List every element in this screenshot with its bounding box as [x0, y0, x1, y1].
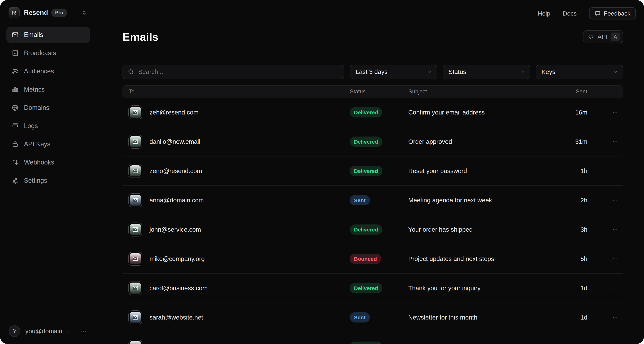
email-key-icon [128, 106, 142, 119]
search-input[interactable] [123, 65, 344, 78]
keys-dropdown[interactable]: Keys [536, 65, 623, 79]
workspace-switcher[interactable]: R Resend Pro [0, 0, 96, 22]
status-badge: Delivered [350, 283, 382, 293]
row-subject: Reset your password [408, 167, 467, 174]
row-subject: Confirm your email address [408, 109, 485, 116]
row-menu-ellipsis-icon[interactable] [609, 109, 621, 116]
row-menu-ellipsis-icon[interactable] [609, 256, 621, 262]
table-body: zeh@resend.com Delivered Confirm your em… [122, 98, 623, 344]
arrows-up-down-icon [12, 158, 19, 166]
row-menu-ellipsis-icon[interactable] [609, 168, 621, 174]
status-badge: Delivered [350, 224, 382, 235]
date-range-dropdown[interactable]: Last 3 days [350, 65, 437, 79]
sidebar-item-label: API Keys [24, 140, 50, 148]
table-row[interactable]: zeno@resend.com Delivered Reset your pas… [122, 156, 623, 186]
status-badge: Bounced [350, 254, 381, 264]
plan-badge: Pro [51, 8, 67, 17]
row-menu-ellipsis-icon[interactable] [609, 138, 621, 145]
status-badge: Delivered [350, 166, 382, 176]
row-sent-time: 2h [580, 197, 588, 204]
row-to-email: sarah@website.net [150, 314, 203, 321]
column-header-status: Status [350, 88, 366, 95]
status-dropdown[interactable]: Status [443, 65, 530, 79]
status-badge: Delivered [350, 342, 382, 344]
sidebar-item-logs[interactable]: Logs [6, 118, 90, 134]
filters-row: Last 3 days Status Keys [122, 65, 623, 79]
api-shortcut-key: A [611, 32, 620, 41]
table-row[interactable]: zeh@resend.com Delivered Confirm your em… [122, 98, 623, 127]
app-window: R Resend Pro Emails Broadcasts Audiences [0, 0, 644, 344]
column-header-to: To [128, 88, 134, 95]
sidebar-item-domains[interactable]: Domains [6, 100, 90, 116]
row-subject: Thank you for your inquiry [408, 284, 480, 292]
email-key-icon [128, 193, 142, 207]
sidebar-nav: Emails Broadcasts Audiences Metrics Doma… [0, 22, 96, 191]
table-row[interactable]: Delivered [122, 332, 623, 344]
table-row[interactable]: mike@company.org Bounced Project updates… [122, 244, 623, 274]
chevron-down-icon [520, 69, 526, 74]
sidebar-item-label: Emails [24, 31, 43, 38]
column-header-sent: Sent [576, 88, 587, 95]
sidebar-item-label: Audiences [24, 68, 54, 75]
main-content: Emails API A Last 3 days Status [97, 0, 644, 344]
sidebar-item-label: Metrics [24, 86, 45, 93]
globe-icon [12, 104, 19, 112]
sidebar-item-emails[interactable]: Emails [6, 27, 90, 43]
row-subject: Meeting agenda for next week [408, 197, 492, 204]
row-to-email: mike@company.org [150, 255, 205, 262]
row-menu-ellipsis-icon[interactable] [609, 314, 621, 321]
sidebar-item-settings[interactable]: Settings [6, 172, 90, 188]
api-button[interactable]: API A [583, 30, 623, 43]
page-title: Emails [122, 30, 158, 43]
sidebar-item-broadcasts[interactable]: Broadcasts [6, 45, 90, 61]
sidebar-item-api-keys[interactable]: API Keys [6, 136, 90, 152]
search-box [122, 65, 344, 79]
chevron-up-down-icon[interactable] [81, 10, 87, 16]
chevron-down-icon [427, 69, 432, 74]
row-to-email: zeno@resend.com [150, 167, 202, 174]
lock-icon [12, 140, 19, 148]
status-badge: Delivered [350, 137, 382, 147]
avatar: Y [9, 326, 20, 337]
row-to-email: anna@domain.com [150, 197, 204, 204]
row-menu-ellipsis-icon[interactable] [609, 197, 621, 204]
bar-chart-icon [12, 86, 19, 93]
sidebar-item-label: Broadcasts [24, 49, 56, 57]
email-key-icon [128, 222, 142, 236]
table-row[interactable]: anna@domain.com Sent Meeting agenda for … [122, 186, 623, 215]
row-menu-ellipsis-icon[interactable] [609, 343, 621, 344]
row-sent-time: 1d [580, 284, 588, 292]
sidebar-item-webhooks[interactable]: Webhooks [6, 154, 90, 170]
sliders-icon [12, 177, 19, 184]
table-row[interactable]: danilo@new.email Delivered Order approve… [122, 127, 623, 156]
chevron-down-icon [613, 69, 618, 74]
status-badge: Delivered [350, 107, 382, 118]
user-menu-ellipsis-icon[interactable] [80, 328, 87, 335]
email-key-icon [128, 164, 142, 178]
row-menu-ellipsis-icon[interactable] [609, 285, 621, 292]
row-subject: Project updates and next steps [408, 255, 494, 262]
row-sent-time: 16m [575, 109, 588, 116]
email-key-icon [128, 281, 142, 295]
table-row[interactable]: carol@business.com Delivered Thank you f… [122, 274, 623, 303]
email-key-icon [128, 252, 142, 266]
row-sent-time: 3h [580, 226, 588, 233]
row-menu-ellipsis-icon[interactable] [609, 226, 621, 233]
sidebar-item-audiences[interactable]: Audiences [6, 63, 90, 79]
resend-logo: R [8, 7, 20, 18]
column-header-subject: Subject [408, 88, 427, 95]
sidebar-item-label: Webhooks [24, 158, 54, 166]
keys-dropdown-value: Keys [542, 68, 556, 75]
user-account-row[interactable]: Y you@domain.... [0, 320, 96, 344]
code-icon [588, 34, 594, 40]
email-key-icon [128, 340, 142, 344]
status-badge: Sent [350, 312, 370, 322]
row-subject: Order approved [408, 138, 452, 145]
sidebar-item-metrics[interactable]: Metrics [6, 82, 90, 98]
mail-icon [12, 31, 19, 38]
table-row[interactable]: sarah@website.net Sent Newsletter for th… [122, 303, 623, 332]
row-to-email: zeh@resend.com [150, 109, 198, 116]
row-subject: Newsletter for this month [408, 314, 477, 321]
table-row[interactable]: john@service.com Delivered Your order ha… [122, 215, 623, 244]
rows-icon [12, 122, 19, 130]
